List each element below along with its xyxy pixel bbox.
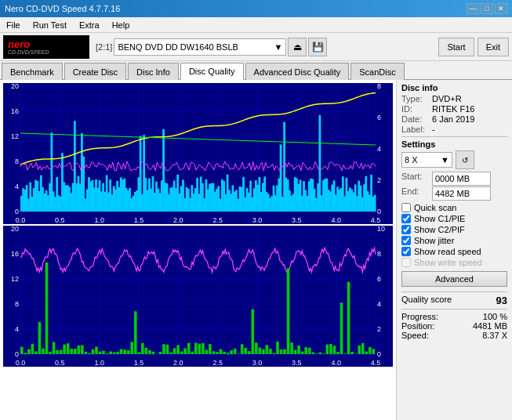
disc-type-value: DVD+R bbox=[432, 94, 462, 103]
menu-bar: File Run Test Extra Help bbox=[0, 17, 512, 33]
speed-combo-arrow-icon: ▼ bbox=[441, 155, 449, 165]
show-write-speed-row: Show write speed bbox=[401, 258, 507, 267]
drive-combo-value: BENQ DVD DD DW1640 BSLB bbox=[118, 42, 238, 52]
speed-combo-value: 8 X bbox=[405, 155, 418, 165]
divider-2 bbox=[401, 291, 507, 292]
title-bar-controls: — □ ✕ bbox=[467, 3, 507, 14]
show-read-speed-row: Show read speed bbox=[401, 247, 507, 256]
show-read-speed-checkbox[interactable] bbox=[401, 247, 411, 256]
disc-label-row: Label: - bbox=[401, 125, 507, 134]
end-value: 4482 MB bbox=[435, 189, 470, 198]
nero-logo: nero CD·DVD/SPEED bbox=[3, 35, 89, 59]
quality-score-value: 93 bbox=[496, 295, 507, 306]
end-input[interactable]: 4482 MB bbox=[432, 186, 491, 201]
position-value: 4481 MB bbox=[473, 321, 507, 331]
quick-scan-checkbox[interactable] bbox=[401, 203, 411, 212]
speed-row-progress: Speed: 8.37 X bbox=[401, 331, 507, 340]
divider-3 bbox=[401, 309, 507, 310]
start-label: Start: bbox=[401, 172, 429, 186]
disc-date-row: Date: 6 Jan 2019 bbox=[401, 114, 507, 124]
divider-1 bbox=[401, 136, 507, 137]
quick-scan-label: Quick scan bbox=[414, 203, 456, 212]
disc-id-row: ID: RITEK F16 bbox=[401, 104, 507, 114]
top-chart bbox=[3, 83, 393, 224]
start-row: Start: 0000 MB bbox=[401, 172, 507, 186]
show-read-speed-label: Show read speed bbox=[414, 247, 481, 256]
charts-area bbox=[0, 80, 396, 420]
show-jitter-row: Show jitter bbox=[401, 236, 507, 245]
menu-run-test[interactable]: Run Test bbox=[30, 17, 70, 32]
menu-help[interactable]: Help bbox=[109, 17, 133, 32]
speed-combo[interactable]: 8 X ▼ bbox=[401, 152, 452, 168]
minimize-button[interactable]: — bbox=[467, 3, 479, 14]
quality-score-row: Quality score 93 bbox=[401, 295, 507, 306]
disc-id-value: RITEK F16 bbox=[432, 104, 474, 114]
close-button[interactable]: ✕ bbox=[495, 3, 507, 14]
show-c1-pie-label: Show C1/PIE bbox=[414, 214, 465, 223]
show-write-speed-label: Show write speed bbox=[414, 258, 482, 267]
progress-row: Progress: 100 % bbox=[401, 312, 507, 321]
right-panel: Disc info Type: DVD+R ID: RITEK F16 Date… bbox=[396, 80, 512, 420]
disc-date-value: 6 Jan 2019 bbox=[432, 114, 474, 124]
menu-extra[interactable]: Extra bbox=[76, 17, 103, 32]
show-c2-pif-row: Show C2/PIF bbox=[401, 225, 507, 234]
disc-date-label: Date: bbox=[401, 114, 429, 124]
start-button[interactable]: Start bbox=[438, 38, 474, 56]
settings-title: Settings bbox=[401, 139, 507, 149]
top-chart-canvas bbox=[3, 83, 393, 224]
disc-label-label: Label: bbox=[401, 125, 429, 134]
end-row: End: 4482 MB bbox=[401, 186, 507, 201]
advanced-button[interactable]: Advanced bbox=[401, 271, 507, 287]
quick-scan-row: Quick scan bbox=[401, 203, 507, 212]
disc-type-row: Type: DVD+R bbox=[401, 94, 507, 103]
disc-id-label: ID: bbox=[401, 104, 429, 114]
combo-arrow-icon: ▼ bbox=[274, 42, 283, 52]
tab-advanced-disc-quality[interactable]: Advanced Disc Quality bbox=[245, 63, 350, 80]
bottom-chart bbox=[3, 226, 393, 367]
menu-file[interactable]: File bbox=[3, 17, 24, 32]
tabs-bar: Benchmark Create Disc Disc Info Disc Qua… bbox=[0, 61, 512, 80]
position-row: Position: 4481 MB bbox=[401, 321, 507, 331]
tab-benchmark[interactable]: Benchmark bbox=[2, 63, 63, 80]
drive-combo[interactable]: BENQ DVD DD DW1640 BSLB ▼ bbox=[114, 38, 286, 56]
main-content: Disc info Type: DVD+R ID: RITEK F16 Date… bbox=[0, 80, 512, 420]
show-c1-pie-checkbox[interactable] bbox=[401, 214, 411, 223]
show-jitter-checkbox[interactable] bbox=[401, 236, 411, 245]
quality-score-label: Quality score bbox=[401, 295, 452, 306]
drive-select-area: [2:1] BENQ DVD DD DW1640 BSLB ▼ ⏏ 💾 bbox=[93, 38, 435, 56]
disc-info-title: Disc info bbox=[401, 83, 507, 92]
show-write-speed-checkbox[interactable] bbox=[401, 258, 411, 267]
refresh-icon-button[interactable]: ↺ bbox=[456, 150, 474, 169]
maximize-button[interactable]: □ bbox=[481, 3, 493, 14]
show-c2-pif-label: Show C2/PIF bbox=[414, 225, 465, 234]
disc-label-value: - bbox=[432, 125, 435, 134]
title-bar: Nero CD-DVD Speed 4.7.7.16 — □ ✕ bbox=[0, 0, 512, 17]
position-label: Position: bbox=[401, 321, 434, 331]
disc-type-label: Type: bbox=[401, 94, 429, 103]
speed-label: Speed: bbox=[401, 331, 429, 340]
title-bar-title: Nero CD-DVD Speed 4.7.7.16 bbox=[5, 4, 120, 13]
start-value: 0000 MB bbox=[435, 174, 470, 183]
tab-create-disc[interactable]: Create Disc bbox=[64, 63, 126, 80]
exit-button[interactable]: Exit bbox=[478, 38, 509, 56]
tab-disc-quality[interactable]: Disc Quality bbox=[180, 63, 244, 80]
tab-scan-disc[interactable]: ScanDisc bbox=[350, 63, 404, 80]
save-icon-button[interactable]: 💾 bbox=[308, 38, 327, 56]
show-c2-pif-checkbox[interactable] bbox=[401, 225, 411, 234]
eject-icon-button[interactable]: ⏏ bbox=[288, 38, 307, 56]
end-label: End: bbox=[401, 186, 429, 201]
speed-value: 8.37 X bbox=[482, 331, 507, 340]
start-input[interactable]: 0000 MB bbox=[432, 172, 491, 186]
progress-label: Progress: bbox=[401, 312, 438, 321]
speed-row: 8 X ▼ ↺ bbox=[401, 150, 507, 169]
bottom-chart-canvas bbox=[3, 226, 393, 367]
toolbar: nero CD·DVD/SPEED [2:1] BENQ DVD DD DW16… bbox=[0, 33, 512, 61]
tab-disc-info[interactable]: Disc Info bbox=[128, 63, 179, 80]
show-jitter-label: Show jitter bbox=[414, 236, 454, 245]
progress-value: 100 % bbox=[483, 312, 507, 321]
drive-number-label: [2:1] bbox=[96, 42, 112, 52]
show-c1-pie-row: Show C1/PIE bbox=[401, 214, 507, 223]
